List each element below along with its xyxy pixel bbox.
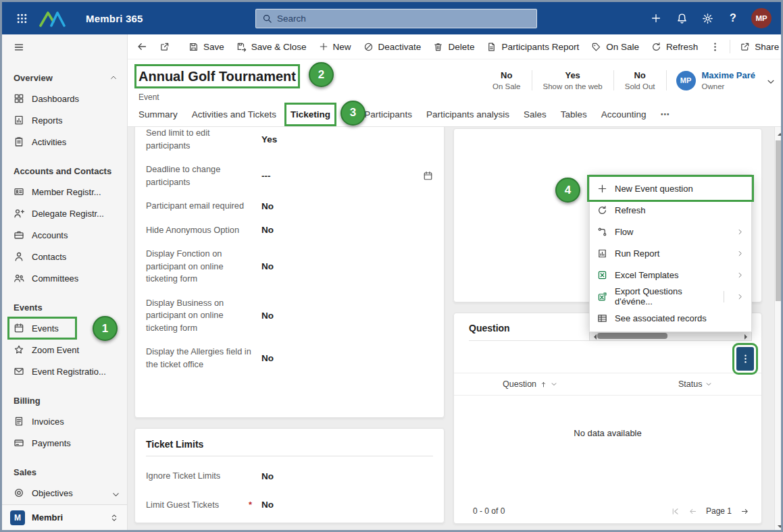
scroll-right-arrow[interactable] (744, 334, 750, 340)
sidebar-item-invoices[interactable]: Invoices (2, 410, 127, 432)
hamburger-icon (14, 42, 24, 53)
menu-item-new-event-question[interactable]: New Event question 4 (590, 178, 751, 199)
sidebar-item-activities[interactable]: Activities (2, 131, 127, 153)
search-input[interactable] (277, 14, 530, 24)
card-title: Ticket Limits (146, 429, 433, 456)
sidebar-item-member-registration[interactable]: Member Registr... (2, 181, 127, 203)
subgrid-more-commands-button[interactable] (736, 347, 754, 371)
sitemap-toggle-button[interactable] (2, 34, 127, 59)
menu-item-run-report[interactable]: Run Report (590, 242, 751, 264)
tab-ticketing[interactable]: Ticketing3 (286, 105, 334, 124)
previous-page-button[interactable] (688, 507, 697, 516)
quick-create-button[interactable] (643, 2, 669, 34)
sidebar-item-reports[interactable]: Reports (2, 109, 127, 131)
field-row[interactable]: Hide Anonymous Option No (146, 224, 433, 237)
global-search[interactable] (255, 9, 537, 28)
tab-activities-and-tickets[interactable]: Activities and Tickets (192, 109, 276, 119)
column-header-status[interactable]: Status (678, 379, 712, 389)
refresh-button[interactable]: Refresh (645, 34, 704, 59)
back-button[interactable] (130, 34, 153, 59)
more-commands-button[interactable] (704, 34, 726, 59)
chevron-up-icon[interactable] (109, 74, 118, 82)
sidebar-item-events[interactable]: Events 1 (2, 317, 127, 339)
tab-accounting[interactable]: Accounting (601, 109, 647, 119)
menu-item-export-questions[interactable]: Export Questions d'événe... (590, 286, 751, 307)
participants-report-button[interactable]: Participants Report (480, 34, 585, 59)
menu-item-excel-templates[interactable]: Excel Templates (590, 264, 751, 286)
header-collapse-icon[interactable] (766, 77, 776, 86)
field-row[interactable]: Ignore Ticket Limits No (146, 470, 433, 483)
field-row[interactable]: Send limit to edit participants Yes (146, 127, 433, 152)
waffle-menu-button[interactable] (9, 2, 34, 34)
share-button[interactable]: Share (734, 34, 783, 59)
user-avatar[interactable]: MP (751, 8, 772, 28)
menu-item-refresh[interactable]: Refresh (590, 199, 751, 221)
sidebar-item-committees[interactable]: Committees (2, 267, 127, 289)
report-document-icon (486, 42, 497, 52)
field-row[interactable]: Limit Guest Tickets* No (146, 499, 433, 512)
sidebar-item-contacts[interactable]: Contacts (2, 246, 127, 267)
menu-item-flow[interactable]: Flow (590, 221, 751, 242)
next-page-button[interactable] (740, 507, 749, 516)
star-icon (14, 344, 24, 355)
chevron-right-icon (736, 228, 744, 236)
first-page-button[interactable] (671, 507, 680, 516)
main-content: Send limit to edit participants Yes Dead… (128, 127, 774, 532)
notifications-button[interactable] (669, 2, 694, 34)
field-row[interactable]: Display Business on participant on onlin… (146, 297, 433, 335)
help-button[interactable]: ? (720, 2, 746, 34)
owner-link[interactable]: Maxime Paré (702, 70, 756, 80)
sidebar-item-delegate-registration[interactable]: Delegate Registr... (2, 203, 127, 224)
sidebar-item-accounts[interactable]: Accounts (2, 224, 127, 246)
deactivate-button[interactable]: Deactivate (357, 34, 428, 59)
on-sale-button[interactable]: On Sale (585, 34, 645, 59)
sidebar-scroll-down-icon[interactable] (111, 490, 120, 499)
menu-item-see-associated-records[interactable]: See associated records (590, 307, 751, 329)
tab-tables[interactable]: Tables (561, 109, 587, 119)
sidebar-item-dashboards[interactable]: Dashboards (2, 88, 127, 109)
deactivate-icon (363, 42, 374, 52)
sidebar-item-event-registration[interactable]: Event Registratio... (2, 361, 127, 382)
section-header-billing: Billing (14, 396, 41, 406)
settings-button[interactable] (694, 2, 720, 34)
tab-tickets-truncated[interactable]: T (345, 109, 350, 119)
tab-participants-analysis[interactable]: Participants analysis (426, 109, 509, 119)
scroll-left-arrow[interactable] (591, 334, 597, 340)
area-switcher[interactable]: M Membri (2, 504, 127, 530)
delete-button[interactable]: Delete (427, 34, 480, 59)
page-indicator: Page 1 (706, 506, 732, 516)
save-close-icon (236, 42, 247, 52)
tab-summary[interactable]: Summary (138, 109, 178, 119)
vertical-scroll-thumb[interactable] (776, 140, 783, 301)
new-button[interactable]: New (313, 34, 357, 59)
scroll-up-arrow[interactable] (775, 130, 783, 136)
horizontal-scroll-thumb[interactable] (597, 333, 667, 339)
field-row[interactable]: Display Fonction on participant on onlin… (146, 248, 433, 286)
scroll-down-arrow[interactable] (775, 525, 783, 531)
date-picker-icon[interactable] (423, 171, 433, 181)
tabs-overflow-button[interactable]: ⋯ (661, 109, 671, 119)
sidebar-item-objectives[interactable]: Objectives (2, 482, 127, 504)
sidebar-item-payments[interactable]: Payments (2, 432, 127, 454)
tab-participants[interactable]: Participants (364, 109, 412, 119)
vertical-scrollbar[interactable] (774, 127, 783, 532)
field-row[interactable]: Participant email required No (146, 200, 433, 213)
help-icon: ? (730, 12, 736, 24)
envelope-icon (14, 366, 24, 377)
save-button[interactable]: Save (182, 34, 230, 59)
horizontal-scrollbar[interactable] (589, 331, 752, 341)
section-header-events: Events (14, 302, 43, 313)
popout-button[interactable] (153, 34, 176, 59)
save-and-close-button[interactable]: Save & Close (230, 34, 313, 59)
pagination: Page 1 (671, 506, 749, 516)
record-title: Annual Golf Tournament (138, 68, 296, 84)
field-row[interactable]: Deadline to change participants --- (146, 163, 433, 188)
column-header-question[interactable]: Question (503, 379, 557, 389)
section-header-sales: Sales (14, 467, 36, 477)
tab-sales[interactable]: Sales (524, 109, 547, 119)
owner-role-label: Owner (702, 82, 756, 90)
chevron-right-icon (736, 250, 744, 257)
nav-section-billing: Billing Invoices Payments (2, 390, 127, 454)
field-row[interactable]: Display the Allergies field in the ticke… (146, 346, 433, 371)
sidebar-item-zoom-event[interactable]: Zoom Event (2, 339, 127, 361)
